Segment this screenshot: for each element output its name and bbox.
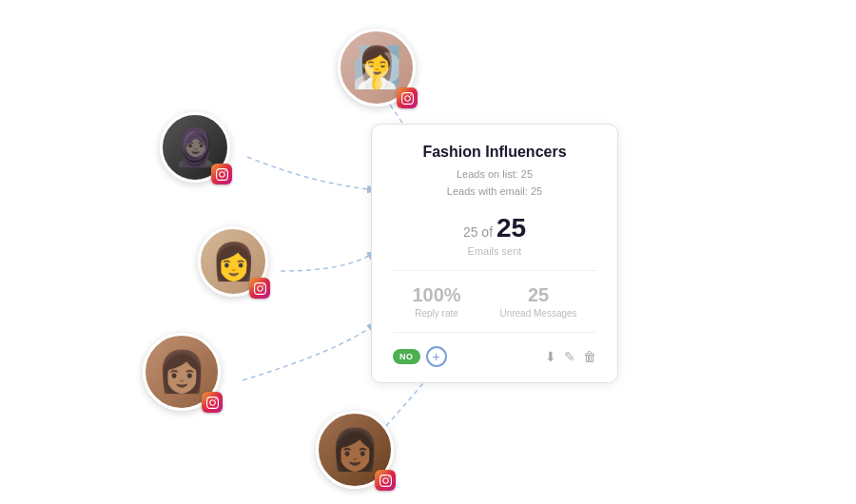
card-title: Fashion Influencers <box>393 144 596 161</box>
add-button[interactable]: + <box>426 346 447 367</box>
download-icon[interactable]: ⬇ <box>545 349 556 364</box>
avatar-left-bot: 👩🏽 <box>143 333 221 411</box>
instagram-badge-left-top <box>211 164 232 184</box>
avatar-bottom: 👩🏾 <box>316 411 394 489</box>
delete-icon[interactable]: 🗑 <box>583 349 596 364</box>
unread-value: 25 <box>499 284 576 306</box>
emails-sent-block: 25 of 25 Emails sent <box>393 213 596 271</box>
instagram-badge-bottom <box>375 470 396 491</box>
meta-leads-email: Leads with email: 25 <box>393 184 596 201</box>
avatar-top: 🧖‍♀️ <box>338 29 416 107</box>
instagram-badge-top <box>397 87 418 108</box>
info-card: Fashion Influencers Leads on list: 25 Le… <box>371 124 618 383</box>
avatar-left-top: 🧕🏾 <box>160 112 230 183</box>
stats-row: 100% Reply rate 25 Unread Messages <box>393 284 596 333</box>
badge-no[interactable]: NO <box>393 349 420 364</box>
action-left: NO + <box>393 346 447 367</box>
stat-unread: 25 Unread Messages <box>499 284 576 319</box>
unread-label: Unread Messages <box>499 308 576 319</box>
card-actions: NO + ⬇ ✎ 🗑 <box>393 346 596 367</box>
emails-sent-big: 25 <box>496 213 526 242</box>
stat-reply-rate: 100% Reply rate <box>412 284 460 319</box>
meta-leads-list: Leads on list: 25 <box>393 166 596 184</box>
reply-rate-label: Reply rate <box>412 308 460 319</box>
avatar-left-mid: 👩 <box>198 226 268 297</box>
edit-icon[interactable]: ✎ <box>564 349 575 364</box>
instagram-badge-left-mid <box>249 278 270 299</box>
action-right: ⬇ ✎ 🗑 <box>545 349 596 364</box>
emails-sent-label: Emails sent <box>393 245 596 257</box>
reply-rate-value: 100% <box>412 284 460 306</box>
emails-sent-prefix: 25 of <box>463 224 493 240</box>
instagram-badge-left-bot <box>202 392 223 413</box>
emails-sent-numbers: 25 of 25 <box>393 213 596 243</box>
card-meta: Leads on list: 25 Leads with email: 25 <box>393 166 596 200</box>
scene: 🧖‍♀️ 🧕🏾 👩 👩🏽 👩🏾 <box>0 0 856 504</box>
